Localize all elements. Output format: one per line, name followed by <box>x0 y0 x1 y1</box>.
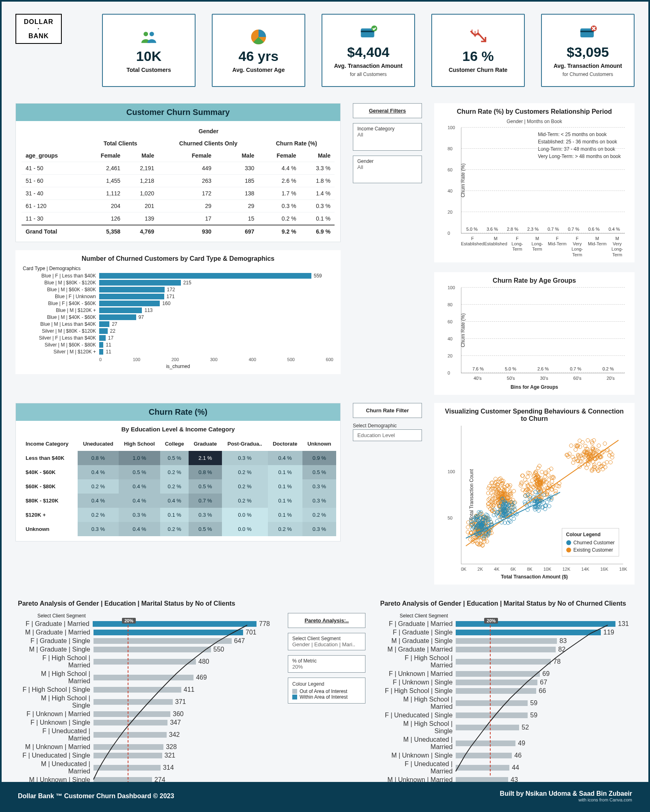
chart-churn-age: Churn Rate by Age Groups Churn Rate (%) … <box>434 272 635 395</box>
plot-area: Total Transaction Count Colour Legend Ch… <box>461 426 623 564</box>
kpi-card: 16 % Customer Churn Rate <box>431 14 525 87</box>
chart-title: Churn Rate by Age Groups <box>441 277 627 284</box>
hbar-row: Blue | M | Less than $40K27 <box>23 321 333 327</box>
plot-area: Churn Rate (%) 0204060801007.6 %5.0 %2.6… <box>461 288 625 373</box>
y-axis-label: Card Type | Demographics <box>23 266 333 271</box>
pareto-row: M | Unknown | Single46 <box>383 752 629 759</box>
pareto-row: F | Uneducated | Single321 <box>21 752 270 759</box>
hbar-row: Silver | M | $120K +11 <box>23 349 333 355</box>
kpi-label: Customer Churn Rate <box>449 67 508 73</box>
pareto-row: M | Graduate | Married82 <box>383 646 629 653</box>
kpi-label: Total Customers <box>126 67 171 73</box>
x-axis: 0K2K4K6K8K10K12K14K16K18K <box>461 567 627 572</box>
hbar-row: Silver | F | Less than $40K17 <box>23 335 333 341</box>
pareto-row: M | High School | Single371 <box>21 695 270 709</box>
kpi-value: $4,404 <box>347 44 389 60</box>
hbar-row: Blue | F | Unknown171 <box>23 294 333 299</box>
y-axis-label: Total Transaction Count <box>469 469 474 520</box>
trend-down-icon <box>469 28 487 46</box>
pie-icon <box>250 28 267 46</box>
churnrate-filter[interactable]: Education Level <box>353 429 422 441</box>
pareto-row: M | Uneducated | Married49 <box>383 736 629 751</box>
svg-rect-4 <box>361 30 374 32</box>
pareto-row: F | Uneducated | Married342 <box>21 728 270 742</box>
dashboard-page: DOLLAR · BANK 10K Total Customers 46 yrs… <box>0 0 650 812</box>
kpi-row: 10K Total Customers 46 yrs Avg. Customer… <box>73 14 635 87</box>
pareto-row: F | Unknown | Married360 <box>21 710 270 718</box>
hbar-row: Blue | M | $80K - $120K215 <box>23 280 333 286</box>
kpi-value: 10K <box>136 48 161 64</box>
pareto-row: M | Unknown | Married328 <box>21 743 270 751</box>
pareto-row: M | Graduate | Married701 <box>21 629 270 636</box>
legend-item: Existing Customer <box>566 546 615 554</box>
kpi-label: Avg. Transaction Amount <box>554 63 622 69</box>
footer: Dollar Bank ™ Customer Churn Dashboard ©… <box>2 782 648 810</box>
chart-title: Churn Rate (%) by Customers Relationship… <box>441 108 627 115</box>
pareto-all-title: Pareto Analysis of Gender | Education | … <box>18 600 276 607</box>
x-axis: 40's50's30's60's20's <box>461 373 627 381</box>
chart-scatter: Visualizing Customer Spending Behaviours… <box>434 403 635 585</box>
pareto-row: F | High School | Married480 <box>21 654 270 669</box>
pareto-row: F | Unknown | Single347 <box>21 719 270 726</box>
svg-rect-10 <box>580 30 594 32</box>
pareto-row: F | Uneducated | Married44 <box>383 760 629 775</box>
pareto-seg-label: Select Client Segment <box>400 613 629 619</box>
pareto-row: F | Graduate | Single647 <box>21 637 270 645</box>
pareto-row: M | High School | Married59 <box>383 696 629 710</box>
hbar-row: Blue | F | $40K - $60K160 <box>23 301 333 306</box>
summary-title: Customer Churn Summary <box>16 104 340 121</box>
hbar-row: Blue | F | Less than $40K559 <box>23 273 333 279</box>
kpi-label: Avg. Customer Age <box>233 67 285 73</box>
pareto-row: M | High School | Single52 <box>383 720 629 735</box>
footer-right: Built by Nsikan Udoma & Saad Bin Zubaeir <box>500 790 632 797</box>
summary-table: GenderTotal ClientsChurned Clients OnlyC… <box>22 125 335 238</box>
heatmap-title: Churn Rate (%) <box>16 403 340 421</box>
pareto-row: M | High School | Married469 <box>21 670 270 685</box>
kpi-card: $4,404 Avg. Transaction Amount for all C… <box>322 14 415 87</box>
pareto-ch-title: Pareto Analysis of Gender | Education | … <box>380 600 635 607</box>
kpi-value: 16 % <box>462 48 494 64</box>
churnrate-filter-label: Select Demographic <box>353 423 422 429</box>
heatmap-table: Income CategoryUneducatedHigh SchoolColl… <box>20 437 336 536</box>
general-filters-header: General Filters <box>353 103 422 118</box>
x-axis-label: is_churned <box>23 364 333 369</box>
colour-legend: Colour Legend Out of Area of Interest Wi… <box>288 678 365 704</box>
pareto-filter-header: Pareto Analysis:.. <box>288 613 365 628</box>
kpi-sublabel: for all Customers <box>350 71 387 77</box>
pareto-row: F | Unknown | Single67 <box>383 679 629 686</box>
users-icon <box>140 28 158 46</box>
pareto-row: M | Graduate | Single83 <box>383 637 629 645</box>
hbar-row: Blue | M | $40K - $60K97 <box>23 314 333 320</box>
svg-point-1 <box>150 32 154 36</box>
chart-subtitle: Gender | Months on Book <box>441 119 627 124</box>
kpi-card: 46 yrs Avg. Customer Age <box>212 14 305 87</box>
brand-logo: DOLLAR · BANK <box>15 14 62 44</box>
pareto-row: F | Uneducated | Single59 <box>383 712 629 719</box>
chart-churned-by-card: Number of Churned Customers by Card Type… <box>15 250 341 374</box>
pareto-row: F | Graduate | Married778 <box>21 620 270 628</box>
income-filter[interactable]: Income Category All <box>353 123 422 151</box>
footer-sub: with icons from Canva.com <box>500 797 632 802</box>
x-axis-label: Total Transaction Amount ($) <box>441 574 627 580</box>
kpi-value: $3,095 <box>567 44 609 60</box>
hbar-row: Blue | M | $60K - $80K172 <box>23 287 333 292</box>
hbar-row: Blue | M | $120K +113 <box>23 307 333 313</box>
x-axis-label: Bins for Age Groups <box>441 384 627 390</box>
kpi-sublabel: for Churned Customers <box>563 71 613 77</box>
pareto-row: M | Uneducated | Married314 <box>21 760 270 775</box>
x-axis: FEstablishedMEstablishedFLong-TermMLong-… <box>461 234 627 258</box>
heatmap-subtitle: By Education Level & Income Category <box>20 426 336 433</box>
hbar-row: Silver | M | $60K - $80K11 <box>23 342 333 348</box>
gender-filter[interactable]: Gender All <box>353 156 422 183</box>
pareto-seg-filter[interactable]: Select Client Segment Gender | Education… <box>288 633 365 650</box>
kpi-value: 46 yrs <box>239 48 278 64</box>
pareto-pct-filter[interactable]: % of Metric 20% <box>288 655 365 673</box>
chart-title: Number of Churned Customers by Card Type… <box>23 255 333 262</box>
pareto-row: F | High School | Married78 <box>383 654 629 669</box>
plot-area: Churn Rate (%) Mid-Term: < 25 months on … <box>461 128 625 234</box>
card-ok-icon <box>359 24 377 42</box>
card-bad-icon <box>579 24 597 42</box>
pareto-seg-label: Select Client Segment <box>37 613 270 619</box>
kpi-label: Avg. Transaction Amount <box>334 63 403 69</box>
churnrate-filter-header: Churn Rate Filter <box>353 403 422 418</box>
